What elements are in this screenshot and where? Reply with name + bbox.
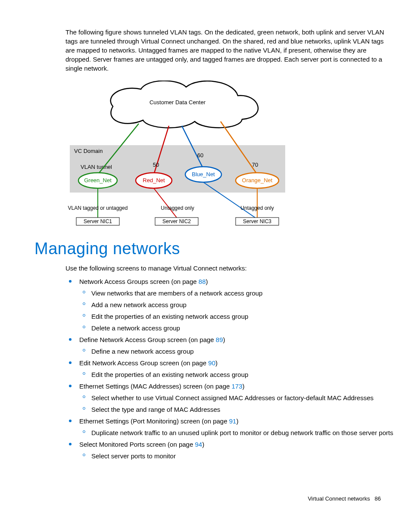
bullet-icon	[69, 443, 72, 445]
red-label: Red_Net	[143, 177, 165, 184]
list-item: Edit Network Access Group screen (on pag…	[65, 358, 394, 379]
bullet-icon	[69, 361, 72, 364]
sub-list: Select server ports to monitor	[79, 451, 394, 460]
page-link[interactable]: 173	[232, 383, 243, 390]
vlan-50: 50	[153, 162, 159, 168]
page-link[interactable]: 90	[208, 359, 215, 367]
nic3-label: Server NIC3	[243, 218, 271, 224]
orange-label: Orange_Net	[242, 177, 273, 184]
sub-list-item: Select the type and range of MAC Address…	[79, 405, 394, 414]
page-link[interactable]: 91	[229, 417, 237, 425]
bullet-icon	[69, 338, 72, 341]
nic3-box: Server NIC3	[236, 218, 279, 225]
vlan-70: 70	[252, 162, 258, 168]
nic2-box: Server NIC2	[155, 218, 198, 225]
sub-list-item: Add a new network access group	[79, 300, 394, 309]
sub-list-item: Select server ports to monitor	[79, 451, 394, 460]
page-heading: Managing networks	[34, 237, 394, 260]
sub-list: Select whether to use Virtual Connect as…	[79, 393, 394, 414]
list-item: Network Access Groups screen (on page 88…	[65, 277, 394, 333]
sub-item-text: Select whether to use Virtual Connect as…	[91, 394, 374, 401]
cdc-cloud: Customer Data Center	[111, 81, 258, 128]
cdc-label: Customer Data Center	[149, 99, 206, 106]
sub-item-text: Select server ports to monitor	[91, 452, 176, 460]
sub-bullet-icon	[83, 314, 85, 317]
page-link[interactable]: 94	[195, 441, 202, 448]
nic2-label: Server NIC2	[162, 218, 191, 224]
list-item-text: Define Network Access Group screen (on p…	[79, 336, 225, 343]
list-item: Ethernet Settings (MAC Addresses) screen…	[65, 382, 394, 414]
sub-bullet-icon	[83, 291, 85, 293]
tag-label-1: VLAN tagged or untagged	[68, 205, 128, 211]
list-item: Select Monitored Ports screen (on page 9…	[65, 440, 394, 460]
footer-page: 86	[375, 495, 381, 502]
lead-paragraph: Use the following screens to manage Virt…	[65, 264, 394, 273]
sub-list-item: Edit the properties of an existing netwo…	[79, 312, 394, 321]
sub-item-text: Edit the properties of an existing netwo…	[91, 313, 248, 320]
sub-list: Edit the properties of an existing netwo…	[79, 370, 394, 379]
sub-list: View networks that are members of a netw…	[79, 289, 394, 333]
sub-bullet-icon	[83, 372, 85, 375]
sub-item-text: Duplicate network traffic to an unused u…	[91, 429, 393, 436]
sub-bullet-icon	[83, 454, 85, 456]
list-item-text: Ethernet Settings (Port Monitoring) scre…	[79, 417, 238, 425]
nic1-box: Server NIC1	[76, 218, 119, 225]
page-link[interactable]: 88	[199, 278, 206, 285]
vc-domain-label: VC Domain	[74, 148, 103, 154]
red-downlink	[154, 188, 177, 218]
sub-list-item: View networks that are members of a netw…	[79, 289, 394, 298]
list-item: Define Network Access Group screen (on p…	[65, 335, 394, 356]
tag-label-2: Untagged only	[161, 205, 194, 211]
sub-list-item: Duplicate network traffic to an unused u…	[79, 428, 394, 437]
blue-cloud: Blue_Net	[185, 167, 221, 182]
sub-list: Duplicate network traffic to an unused u…	[79, 428, 394, 437]
blue-label: Blue_Net	[192, 171, 215, 177]
orange-cloud: Orange_Net	[236, 173, 279, 188]
footer-section: Virtual Connect networks	[308, 495, 370, 502]
nic1-label: Server NIC1	[84, 218, 112, 224]
sub-bullet-icon	[83, 326, 85, 328]
sub-bullet-icon	[83, 302, 85, 305]
page-footer: Virtual Connect networks 86	[34, 495, 394, 503]
list-item: Ethernet Settings (Port Monitoring) scre…	[65, 417, 394, 437]
list-item-text: Ethernet Settings (MAC Addresses) screen…	[79, 383, 245, 390]
vlan-tunnel-label: VLAN tunnel	[81, 164, 112, 170]
screens-list: Network Access Groups screen (on page 88…	[65, 277, 394, 460]
bullet-icon	[69, 420, 72, 422]
sub-item-text: View networks that are members of a netw…	[91, 289, 262, 297]
sub-item-text: Edit the properties of an existing netwo…	[91, 371, 248, 378]
green-cloud: Green_Net	[78, 173, 117, 188]
page-link[interactable]: 89	[216, 336, 223, 343]
sub-list: Define a new network access group	[79, 347, 394, 356]
sub-bullet-icon	[83, 349, 85, 352]
sub-list-item: Define a new network access group	[79, 347, 394, 356]
bullet-icon	[69, 280, 72, 283]
sub-bullet-icon	[83, 395, 85, 398]
list-item-text: Edit Network Access Group screen (on pag…	[79, 359, 218, 367]
sub-list-item: Select whether to use Virtual Connect as…	[79, 393, 394, 402]
bullet-icon	[69, 385, 72, 387]
green-label: Green_Net	[84, 177, 112, 184]
sub-item-text: Define a new network access group	[91, 348, 194, 355]
sub-item-text: Add a new network access group	[91, 301, 187, 308]
vlan-figure: Customer Data Center VC Domain VLAN tunn…	[65, 81, 290, 227]
vlan-60: 60	[197, 152, 203, 159]
sub-bullet-icon	[83, 407, 85, 410]
red-cloud: Red_Net	[136, 173, 172, 188]
sub-bullet-icon	[83, 430, 85, 433]
sub-item-text: Delete a network access group	[91, 324, 180, 332]
sub-list-item: Delete a network access group	[79, 324, 394, 333]
tag-label-3: Untagged only	[240, 205, 274, 211]
intro-paragraph: The following figure shows tunneled VLAN…	[65, 28, 394, 73]
list-item-text: Network Access Groups screen (on page 88…	[79, 278, 208, 285]
sub-list-item: Edit the properties of an existing netwo…	[79, 370, 394, 379]
sub-item-text: Select the type and range of MAC Address…	[91, 406, 220, 413]
list-item-text: Select Monitored Ports screen (on page 9…	[79, 441, 204, 448]
